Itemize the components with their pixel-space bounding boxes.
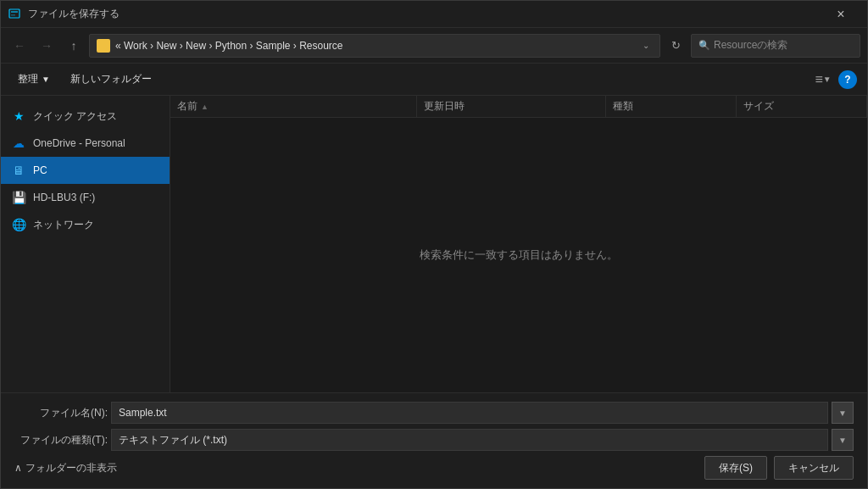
col-date-label: 更新日時 (424, 99, 465, 114)
sidebar-item-label: PC (33, 164, 47, 176)
filename-input[interactable] (119, 407, 821, 419)
file-list: 名前 ▲ 更新日時 種類 サイズ 検索条件に一致する項目はありません。 (170, 96, 867, 392)
column-header-size[interactable]: サイズ (737, 96, 867, 117)
sidebar-item-network[interactable]: 🌐 ネットワーク (1, 211, 170, 238)
sidebar-item-pc[interactable]: 🖥 PC (1, 157, 170, 184)
column-header-type[interactable]: 種類 (606, 96, 737, 117)
sidebar-item-label: OneDrive - Personal (33, 137, 125, 149)
title-bar: ファイルを保存する × (1, 1, 867, 28)
breadcrumb-dropdown[interactable]: ⌄ (639, 41, 653, 50)
filetype-dropdown-button[interactable]: ▼ (832, 429, 854, 451)
close-button[interactable]: × (821, 1, 860, 28)
col-size-label: サイズ (743, 99, 774, 114)
pc-icon: 🖥 (11, 163, 26, 178)
file-list-body: 検索条件に一致する項目はありません。 (170, 118, 867, 392)
star-icon: ★ (11, 108, 26, 124)
help-button[interactable]: ? (838, 70, 857, 89)
filetype-input-wrapper: テキストファイル (*.txt) (111, 429, 828, 451)
dialog-title: ファイルを保存する (28, 7, 821, 21)
file-list-header: 名前 ▲ 更新日時 種類 サイズ (170, 96, 867, 118)
sidebar-item-label: クイック アクセス (33, 109, 117, 124)
navigation-bar: ← → ↑ « Work › New › New › Python › Samp… (1, 28, 867, 64)
bottom-area: ファイル名(N): ▼ ファイルの種類(T): テキストファイル (*.txt)… (1, 392, 867, 488)
sidebar-item-quick-access[interactable]: ★ クイック アクセス (1, 103, 170, 130)
search-icon: 🔍 (698, 40, 710, 51)
view-icon: ≡ (815, 72, 822, 87)
filename-label: ファイル名(N): (14, 406, 108, 420)
toolbar: 整理 ▼ 新しいフォルダー ≡ ▼ ? (1, 64, 867, 96)
view-arrow: ▼ (823, 75, 832, 84)
folder-icon (97, 39, 110, 53)
new-folder-button[interactable]: 新しいフォルダー (64, 69, 159, 91)
back-button[interactable]: ← (8, 34, 31, 58)
empty-message: 検索条件に一致する項目はありません。 (420, 247, 618, 263)
cloud-icon: ☁ (11, 136, 26, 151)
refresh-button[interactable]: ↻ (664, 34, 687, 58)
svg-rect-2 (11, 14, 15, 16)
breadcrumb[interactable]: « Work › New › New › Python › Sample › R… (89, 34, 660, 58)
svg-rect-0 (9, 9, 19, 18)
view-button[interactable]: ≡ ▼ (811, 69, 835, 91)
column-header-name[interactable]: 名前 ▲ (170, 96, 417, 117)
save-file-dialog: ファイルを保存する × ← → ↑ « Work › New › New › P… (0, 0, 868, 489)
dialog-icon (8, 8, 21, 21)
new-folder-label: 新しいフォルダー (70, 72, 152, 86)
show-folders-button[interactable]: ∧ フォルダーの非表示 (14, 461, 117, 475)
cancel-button[interactable]: キャンセル (774, 456, 854, 480)
filetype-label: ファイルの種類(T): (14, 433, 108, 447)
forward-button[interactable]: → (35, 34, 58, 58)
save-button[interactable]: 保存(S) (704, 456, 767, 480)
show-folders-label: フォルダーの非表示 (25, 461, 117, 475)
column-header-date[interactable]: 更新日時 (417, 96, 606, 117)
sidebar-item-hd-lbu3[interactable]: 💾 HD-LBU3 (F:) (1, 184, 170, 211)
search-placeholder: Resourceの検索 (714, 38, 787, 53)
breadcrumb-path: « Work › New › New › Python › Sample › R… (115, 40, 637, 52)
organize-button[interactable]: 整理 ▼ (11, 69, 57, 91)
col-name-label: 名前 (177, 99, 198, 114)
up-button[interactable]: ↑ (62, 34, 86, 58)
drive-icon: 💾 (11, 190, 26, 205)
filetype-value: テキストファイル (*.txt) (119, 433, 227, 447)
sidebar-item-label: ネットワーク (33, 218, 94, 232)
organize-arrow: ▼ (42, 75, 50, 84)
bottom-buttons-row: ∧ フォルダーの非表示 保存(S) キャンセル (14, 456, 854, 480)
show-folders-icon: ∧ (14, 462, 22, 474)
filename-input-wrapper[interactable] (111, 402, 828, 424)
sidebar-item-onedrive[interactable]: ☁ OneDrive - Personal (1, 130, 170, 157)
col-type-label: 種類 (613, 99, 633, 114)
network-icon: 🌐 (11, 217, 26, 232)
toolbar-right: ≡ ▼ ? (811, 69, 857, 91)
sidebar: ★ クイック アクセス ☁ OneDrive - Personal 🖥 PC 💾… (1, 96, 170, 392)
sort-arrow: ▲ (201, 103, 209, 111)
sidebar-item-label: HD-LBU3 (F:) (33, 192, 95, 203)
filetype-row: ファイルの種類(T): テキストファイル (*.txt) ▼ (14, 429, 854, 451)
organize-label: 整理 (18, 72, 38, 86)
filename-row: ファイル名(N): ▼ (14, 402, 854, 424)
search-bar[interactable]: 🔍 Resourceの検索 (691, 34, 860, 58)
svg-rect-1 (11, 11, 18, 13)
main-area: ★ クイック アクセス ☁ OneDrive - Personal 🖥 PC 💾… (1, 96, 867, 392)
filename-dropdown-button[interactable]: ▼ (832, 402, 854, 424)
